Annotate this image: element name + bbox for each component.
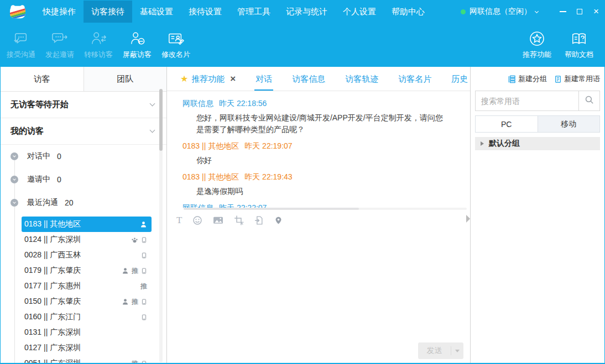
send-file-icon[interactable]	[254, 215, 264, 225]
menu-item-quick-actions[interactable]: 快捷操作	[35, 1, 84, 23]
collapse-bullet-icon	[11, 176, 18, 183]
start-invite-button[interactable]: 发起邀请	[40, 30, 79, 60]
device-tab-mobile[interactable]: 移动	[538, 116, 600, 132]
phone-icon	[141, 236, 147, 244]
visitor-row[interactable]: 0179 || 广东肇庆推	[22, 263, 152, 278]
messages: 网联信息昨天 22:18:56您好，网联科技专业网站建设/商城开发/APP开发/…	[182, 99, 456, 208]
message-time: 昨天 22:22:07	[219, 203, 267, 208]
accept-chat-button[interactable]: 接受沟通	[2, 30, 40, 60]
paw-icon	[131, 236, 138, 244]
message-text: 您好，网联科技专业网站建设/商城开发/APP开发/平台定制开发，请问您是需要了解…	[182, 112, 445, 135]
menu-item-management-tools[interactable]: 管理工具	[230, 1, 278, 23]
visitor-row[interactable]: 0051 || 广东深圳推	[22, 356, 152, 364]
visitor-list: 0183 || 其他地区0124 || 广东深圳0028 || 广西玉林0179…	[1, 217, 166, 364]
message-time: 昨天 22:19:43	[244, 172, 292, 181]
maximize-button[interactable]	[571, 1, 588, 23]
close-tab-icon[interactable]: ×	[230, 74, 236, 83]
input-toolbar: T	[167, 211, 470, 230]
visitor-name: 0124 || 广东深圳	[24, 235, 81, 245]
collapse-bullet-icon	[11, 199, 18, 207]
chat-tab-visitor-card[interactable]: 访客名片	[388, 67, 441, 91]
transfer-visitor-icon	[90, 30, 107, 48]
sidebar-section-my-visitors[interactable]: 我的访客	[1, 118, 166, 145]
tree-item-count: 0	[57, 175, 61, 184]
visitor-row[interactable]: 0124 || 广东深圳	[22, 232, 152, 247]
send-button[interactable]: 发送	[418, 342, 463, 359]
default-group-label: 默认分组	[489, 139, 520, 149]
tree-item-inviting[interactable]: 邀请中0	[1, 168, 166, 191]
screenshot-icon[interactable]	[234, 215, 244, 225]
chat-tab-recommend[interactable]: ★推荐功能×	[170, 67, 246, 91]
text-format-icon[interactable]: T	[176, 215, 182, 225]
menu-item-visitor-reception[interactable]: 访客接待	[84, 1, 132, 23]
search-icon	[585, 95, 594, 107]
visitor-row[interactable]: 0028 || 广西玉林	[22, 247, 152, 263]
collapse-panel-handle[interactable]	[466, 215, 470, 223]
visitor-name: 0183 || 其他地区	[24, 219, 81, 229]
default-group-row[interactable]: 默认分组	[475, 137, 600, 150]
emoji-icon[interactable]	[192, 215, 202, 225]
menu-item-reception-settings[interactable]: 接待设置	[181, 1, 230, 23]
help-doc-icon	[570, 30, 588, 48]
edit-card-icon	[167, 30, 185, 48]
send-options-caret[interactable]	[451, 350, 463, 352]
device-tabs: PC移动	[475, 115, 600, 133]
tree-item-in-dialog[interactable]: 对话中0	[1, 145, 166, 168]
window-controls: ×	[555, 1, 604, 23]
menu-item-basic-settings[interactable]: 基础设置	[132, 1, 181, 23]
sidebar-tab-team[interactable]: 团队	[84, 67, 167, 91]
visitor-row[interactable]: 0150 || 广东肇庆推	[22, 294, 152, 309]
sidebar-section-no-visitor-waiting[interactable]: 无访客等待开始	[1, 92, 166, 118]
push-badge: 推	[140, 282, 147, 291]
transfer-visitor-button[interactable]: 转移访客	[79, 30, 118, 60]
chat-history: 网联信息昨天 22:18:56您好，网联科技专业网站建设/商城开发/APP开发/…	[167, 91, 470, 208]
menu-item-personal-settings[interactable]: 个人设置	[335, 1, 384, 23]
visitor-row[interactable]: 0183 || 其他地区	[22, 217, 152, 232]
minimize-button[interactable]	[555, 1, 571, 23]
chat-tab-history[interactable]: 历史	[441, 67, 470, 91]
message: 网联信息昨天 22:22:07欢迎您来咨询 很高兴为您提供服务 如果未能及时为您…	[182, 203, 456, 208]
visitor-row[interactable]: 0131 || 广东深圳	[22, 325, 152, 340]
visitor-name: 0131 || 广东深圳	[24, 328, 81, 337]
visitor-name: 0150 || 广东肇庆	[24, 297, 81, 307]
sidebar-tabs: 访客团队	[1, 67, 166, 92]
send-row: 发送	[167, 338, 470, 363]
block-visitor-button[interactable]: 屏蔽访客	[118, 30, 157, 60]
menu-item-records-stats[interactable]: 记录与统计	[278, 1, 335, 23]
message-time: 昨天 22:19:07	[244, 141, 292, 150]
visitor-tree: 对话中0邀请中0最近沟通20 0183 || 其他地区0124 || 广东深圳0…	[1, 145, 166, 364]
chat-tab-dialog[interactable]: 对话	[246, 67, 282, 91]
new-group-icon	[508, 75, 516, 83]
recommend-features-button[interactable]: 推荐功能	[516, 30, 558, 60]
edit-card-button[interactable]: 修改名片	[157, 30, 195, 60]
visitor-row[interactable]: 0177 || 广东惠州推	[22, 278, 152, 294]
location-icon[interactable]	[274, 215, 283, 225]
search-button[interactable]	[578, 91, 599, 110]
horizontal-scrollbar[interactable]	[184, 208, 467, 210]
help-docs-button[interactable]: 帮助文档	[558, 30, 600, 60]
close-button[interactable]: ×	[588, 1, 604, 23]
horizontal-scrollbar-thumb[interactable]	[184, 208, 359, 210]
sidebar-sections: 无访客等待开始我的访客	[1, 92, 166, 145]
menu-item-help-center[interactable]: 帮助中心	[384, 1, 432, 23]
message-sender: 网联信息	[182, 99, 213, 108]
message-input[interactable]	[167, 230, 470, 339]
sidebar-scrollbar-thumb[interactable]	[159, 89, 163, 151]
chat-tab-visitor-track[interactable]: 访客轨迹	[335, 67, 388, 91]
search-input[interactable]	[476, 91, 578, 110]
collapse-bullet-icon	[11, 152, 18, 160]
tree-item-count: 0	[57, 152, 61, 161]
new-group-button[interactable]: 新建分组	[508, 74, 547, 84]
device-tab-pc[interactable]: PC	[476, 116, 538, 132]
push-badge: 推	[132, 266, 138, 276]
new-phrase-button[interactable]: 新建常用语	[554, 74, 600, 84]
image-icon[interactable]	[213, 215, 223, 225]
tree-item-recent-chats[interactable]: 最近沟通20	[1, 191, 166, 214]
visitor-row[interactable]: 0127 || 广东深圳	[22, 340, 152, 356]
chat-tab-visitor-info[interactable]: 访客信息	[282, 67, 335, 91]
agent-status-selector[interactable]: 网联信息（空闲）	[461, 7, 538, 17]
block-visitor-icon	[128, 30, 146, 48]
visitor-row[interactable]: 0160 || 广东江门	[22, 309, 152, 325]
sidebar-tab-visitors[interactable]: 访客	[1, 67, 84, 91]
message-sender: 0183 || 其他地区	[182, 172, 239, 181]
